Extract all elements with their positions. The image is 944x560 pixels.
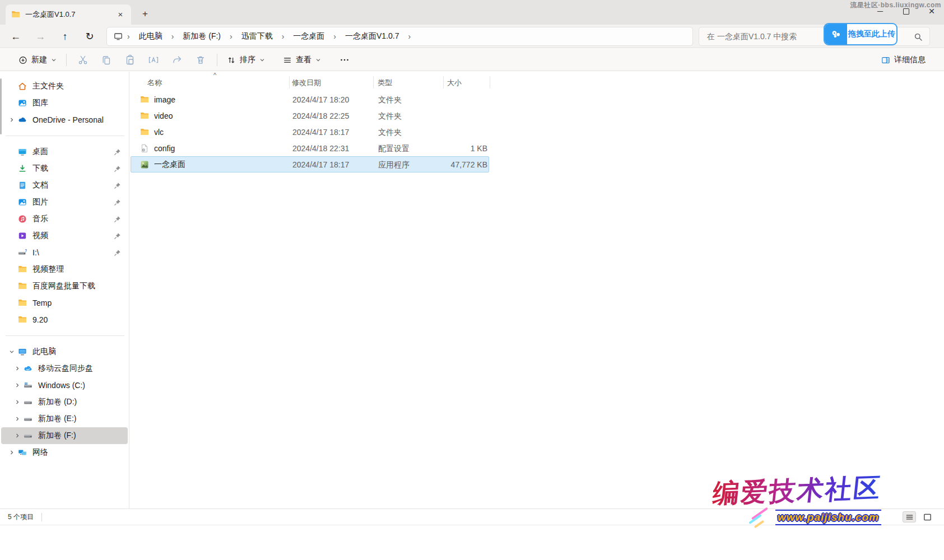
column-divider[interactable] [289,76,290,88]
file-row-image[interactable]: image 2024/4/17 18:20 文件夹 [131,91,489,108]
sort-button[interactable]: 排序 [222,51,270,69]
breadcrumb-drive-f[interactable]: 新加卷 (F:) [178,30,225,43]
drag-upload-button[interactable]: 拖拽至此上传 [824,23,898,45]
toolbar-divider [217,54,217,66]
file-row-video[interactable]: video 2024/4/18 22:25 文件夹 [131,108,489,124]
details-view-button[interactable] [903,511,916,522]
file-row-vlc[interactable]: vlc 2024/4/17 18:17 文件夹 [131,124,489,140]
chevron-right-icon[interactable] [11,382,24,388]
column-header-size[interactable]: 大小 [447,78,462,88]
sidebar-item-temp[interactable]: Temp [1,295,128,311]
this-pc-icon [18,347,27,356]
sidebar-scrollbar[interactable] [0,78,2,134]
new-tab-button[interactable]: + [138,7,152,21]
config-file-icon [140,144,149,153]
file-explorer-window: 一念桌面V1.0.7 × + 流星社区·bbs.liuxingw.com ─ ×… [0,0,944,560]
chevron-down-icon [315,57,321,63]
toolbar-divider [66,54,67,66]
sidebar-item-drive-i[interactable]: ? I:\ [1,244,128,261]
sidebar-item-video-organize[interactable]: 视频整理 [1,261,128,278]
titlebar: 一念桌面V1.0.7 × + 流星社区·bbs.liuxingw.com ─ × [0,0,944,25]
sort-button-label: 排序 [240,55,255,65]
column-divider[interactable] [443,76,444,88]
drive-icon [24,431,32,440]
column-header-date[interactable]: 修改日期 [292,78,321,88]
maximize-button[interactable] [898,4,914,18]
sidebar-item-documents[interactable]: 文档 [1,177,128,194]
file-row-config[interactable]: config 2024/4/18 22:31 配置设置 1 KB [131,140,489,156]
sidebar-item-drive-d[interactable]: 新加卷 (D:) [1,394,128,410]
sidebar-item-music[interactable]: 音乐 [1,211,128,227]
chevron-right-icon[interactable] [11,433,24,438]
rename-button[interactable] [142,51,165,69]
search-icon[interactable] [914,32,923,41]
sidebar-item-pictures[interactable]: 图片 [1,194,128,211]
address-bar[interactable]: › 此电脑 › 新加卷 (F:) › 迅雷下载 › 一念桌面 › 一念桌面V1.… [106,27,693,46]
sidebar-item-mobile-cloud-drive[interactable]: 移动云盘同步盘 [1,360,128,377]
cut-button[interactable] [71,51,95,69]
up-button[interactable]: ↑ [55,26,75,46]
see-more-button[interactable] [333,51,356,69]
breadcrumb-this-pc[interactable]: 此电脑 [134,30,167,43]
sidebar-item-downloads[interactable]: 下载 [1,160,128,177]
file-type: 配置设置 [378,144,410,154]
sidebar-item-home[interactable]: 主文件夹 [1,78,128,95]
sidebar-item-videos[interactable]: 视频 [1,227,128,244]
windows-drive-icon [24,381,32,390]
copy-button[interactable] [95,51,118,69]
view-button[interactable]: 查看 [278,51,326,69]
sidebar-item-drive-e[interactable]: 新加卷 (E:) [1,410,128,427]
file-size: 1 KB [434,144,487,153]
column-header-name[interactable]: 名称 [147,78,162,88]
file-date: 2024/4/17 18:17 [292,160,349,169]
sidebar-item-920[interactable]: 9.20 [1,311,128,328]
file-name: image [154,95,175,104]
sidebar-item-drive-f[interactable]: 新加卷 (F:) [1,427,128,444]
share-button[interactable] [165,51,189,69]
sidebar-item-onedrive[interactable]: OneDrive - Personal [1,111,128,128]
chevron-icon: › [227,32,235,41]
column-divider[interactable] [373,76,374,88]
sidebar-item-gallery[interactable]: 图库 [1,95,128,111]
chevron-down-icon [259,57,265,63]
paste-button[interactable] [118,51,142,69]
disconnected-drive-icon: ? [18,248,27,257]
folder-icon [18,298,27,307]
delete-button[interactable] [189,51,212,69]
file-row-yinian-desktop-selected[interactable]: 一念桌面 2024/4/17 18:17 应用程序 47,772 KB [131,156,489,172]
back-button[interactable]: ← [6,26,26,46]
sidebar-item-label: 桌面 [32,147,114,157]
baidu-cloud-icon [825,24,847,44]
column-divider[interactable] [490,76,490,88]
chevron-right-icon[interactable] [6,117,18,123]
chevron-down-icon[interactable] [6,349,18,354]
forward-button[interactable]: → [30,26,50,46]
sidebar-separator [6,136,124,136]
details-pane-button[interactable]: 详细信息 [876,51,931,69]
large-icons-view-button[interactable] [920,511,934,522]
pin-icon [114,249,121,256]
chevron-right-icon[interactable] [11,399,24,405]
tab-close-icon[interactable]: × [115,10,125,20]
sidebar-item-this-pc[interactable]: 此电脑 [1,343,128,360]
file-date: 2024/4/17 18:17 [292,128,349,137]
sidebar-item-baidu-batch-download[interactable]: 百度网盘批量下载 [1,278,128,295]
chevron-right-icon[interactable] [11,416,24,422]
refresh-button[interactable]: ↻ [80,26,100,46]
chevron-right-icon[interactable] [11,366,24,371]
maximize-icon [903,8,909,15]
breadcrumb-yinian-desktop[interactable]: 一念桌面 [289,30,329,43]
sidebar-item-desktop[interactable]: 桌面 [1,143,128,160]
close-button[interactable]: × [924,4,940,18]
column-header-type[interactable]: 类型 [378,78,392,88]
new-button[interactable]: 新建 [13,51,62,69]
chevron-right-icon[interactable] [6,450,18,455]
sidebar-item-label: 主文件夹 [32,81,128,91]
sidebar-item-windows-c[interactable]: Windows (C:) [1,377,128,394]
minimize-button[interactable]: ─ [872,4,888,18]
breadcrumb-thunder-download[interactable]: 迅雷下载 [237,30,277,43]
breadcrumb-current-folder[interactable]: 一念桌面V1.0.7 [341,30,403,43]
sidebar-item-network[interactable]: 网络 [1,444,128,461]
chevron-icon: › [406,32,413,41]
tab-active[interactable]: 一念桌面V1.0.7 × [6,4,131,25]
